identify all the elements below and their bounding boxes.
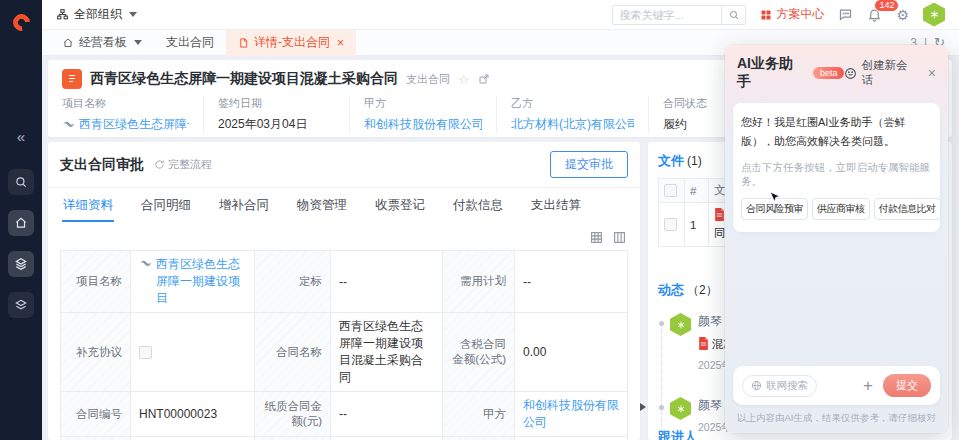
field-label: 合同状态 [663, 96, 707, 111]
favorite-star-icon[interactable]: ☆ [458, 72, 470, 87]
table-grid-view-icon[interactable] [590, 231, 603, 244]
rail-icon-list [0, 169, 42, 318]
party-b-link[interactable]: 北方材料(北京)有限公司廊坊... [511, 116, 634, 133]
rail-search-button[interactable] [8, 169, 34, 195]
chevron-down-icon [134, 40, 142, 45]
follow-section-header: 跟进人 [658, 428, 697, 440]
ai-greeting-text: 您好！我是红圈AI业务助手（尝鲜版），助您高效解决各类问题。 [741, 113, 932, 150]
new-session-button[interactable]: 创建新会话 [844, 58, 918, 88]
table-columns-icon[interactable] [613, 231, 626, 244]
tab-detail-info[interactable]: 详细资料 [62, 190, 114, 222]
full-flow-link[interactable]: 完整流程 [154, 157, 212, 172]
project-link[interactable]: 西青区绿色生态屏障一期建设项目 [156, 256, 246, 307]
web-search-toggle[interactable]: 联网搜索 [742, 375, 817, 397]
field-label: 签约日期 [218, 96, 335, 111]
field-label: 含税合同金额(公式) [443, 313, 515, 392]
select-all-checkbox[interactable] [664, 184, 677, 197]
field-project-name: 项目名称 西青区绿色生态屏障一... [48, 96, 203, 133]
org-selector[interactable]: 全部组织 [56, 6, 137, 23]
tab-invoice[interactable]: 收票登记 [374, 190, 426, 222]
supplier-audit-button[interactable]: 供应商审核 [812, 198, 870, 220]
rail-apps-button[interactable] [8, 292, 34, 318]
layers-icon [14, 257, 28, 271]
tab-dashboard-label: 经营看板 [79, 34, 127, 51]
rail-home-button[interactable] [8, 210, 34, 236]
ai-panel-title: AI业务助手 [737, 55, 807, 91]
settings-gear-button[interactable]: ⚙ [896, 7, 909, 23]
field-label: 纸质合同金额(元) [255, 392, 331, 437]
field-value: 西青区绿色生态屏障一期建设项目 [131, 251, 255, 313]
timeline-dot [659, 321, 664, 326]
ai-submit-button[interactable]: 提交 [883, 374, 931, 397]
notification-bell-button[interactable]: 142 [867, 7, 882, 22]
activity-title: 动态 [658, 281, 684, 299]
new-session-icon [844, 67, 857, 80]
close-icon[interactable]: × [928, 65, 936, 81]
mouse-cursor [768, 191, 781, 206]
tab-expense-contract[interactable]: 支出合同 [154, 30, 226, 56]
field-label: 项目名称 [62, 96, 189, 111]
project-link[interactable]: 西青区绿色生态屏障一... [79, 116, 189, 133]
plan-center-button[interactable]: 方案中心 [760, 6, 824, 23]
tab-contract-lines[interactable]: 合同明细 [140, 190, 192, 222]
tab-settlement[interactable]: 支出结算 [530, 190, 582, 222]
payment-info-compare-button[interactable]: 付款信息比对 [874, 198, 941, 220]
activity-user[interactable]: 颜琴 [698, 314, 722, 328]
contract-doc-icon [62, 69, 82, 89]
supplement-checkbox[interactable] [139, 346, 152, 359]
tab-materials[interactable]: 物资管理 [296, 190, 348, 222]
field-label: 乙方 [511, 96, 634, 111]
global-search [612, 5, 746, 25]
submit-approval-button[interactable]: 提交审批 [550, 151, 628, 178]
full-flow-label: 完整流程 [168, 157, 212, 172]
tab-dashboard[interactable]: 经营看板 [50, 30, 154, 56]
ai-welcome-card: 您好！我是红圈AI业务助手（尝鲜版），助您高效解决各类问题。 点击下方任务按钮，… [733, 103, 940, 232]
globe-icon [751, 380, 762, 391]
plan-center-label: 方案中心 [776, 6, 824, 23]
app-logo[interactable] [9, 10, 33, 34]
table-tools [48, 222, 640, 250]
ai-assistant-panel: AI业务助手 beta 创建新会话 × 您好！我是红圈AI业务助手（尝鲜版），助… [725, 45, 948, 433]
user-avatar[interactable] [923, 3, 945, 27]
collapse-sidebar-icon[interactable]: « [0, 128, 42, 145]
field-value: -- [331, 392, 443, 437]
tab-supplement[interactable]: 增补合同 [218, 190, 270, 222]
left-rail: « [0, 0, 42, 440]
field-label: 签约日期 [443, 437, 515, 440]
party-a-link[interactable]: 和创科技股份有限公司 [364, 116, 482, 133]
activity-user[interactable]: 颜琴 [698, 398, 722, 412]
field-label: 甲方 [364, 96, 482, 111]
panel-collapse-handle[interactable] [640, 403, 646, 411]
party-a-link[interactable]: 和创科技股份有限公司 [523, 398, 619, 429]
project-mini-icon [139, 259, 152, 268]
field-contract-status: 合同状态 履约 [648, 96, 721, 133]
approval-title: 支出合同审批 [60, 156, 144, 174]
header-checkbox-cell [659, 179, 685, 203]
file-index: 1 [685, 203, 709, 247]
avatar[interactable] [670, 397, 691, 420]
field-label: 需用计划 [443, 251, 515, 313]
search-submit-button[interactable] [721, 6, 745, 24]
pdf-file-icon [714, 208, 725, 221]
rail-modules-button[interactable] [8, 251, 34, 277]
home-icon [14, 216, 28, 230]
tab-contract-detail-label: 详情-支出合同 [254, 34, 330, 51]
files-count: (1) [687, 154, 702, 168]
message-button[interactable] [838, 7, 853, 22]
tab-payment[interactable]: 付款信息 [452, 190, 504, 222]
index-column-header: # [685, 179, 709, 203]
close-tab-icon[interactable]: × [337, 36, 344, 50]
field-value: 北方材料(北京)有限公司廊坊... [511, 116, 634, 133]
open-external-icon[interactable] [478, 73, 490, 85]
document-icon [238, 37, 249, 49]
tab-contract-detail[interactable]: 详情-支出合同 × [226, 30, 356, 56]
field-label: 是否系统模板(系统) [61, 437, 131, 440]
files-title: 文件 [658, 152, 684, 170]
file-checkbox[interactable] [664, 218, 677, 231]
add-attachment-icon[interactable]: + [863, 377, 873, 394]
field-party-a: 甲方 和创科技股份有限公司 [349, 96, 496, 133]
search-input[interactable] [613, 9, 721, 21]
pdf-file-icon [698, 337, 709, 350]
approval-tabs: 详细资料 合同明细 增补合同 物资管理 收票登记 付款信息 支出结算 [48, 188, 640, 222]
avatar[interactable] [670, 313, 691, 336]
